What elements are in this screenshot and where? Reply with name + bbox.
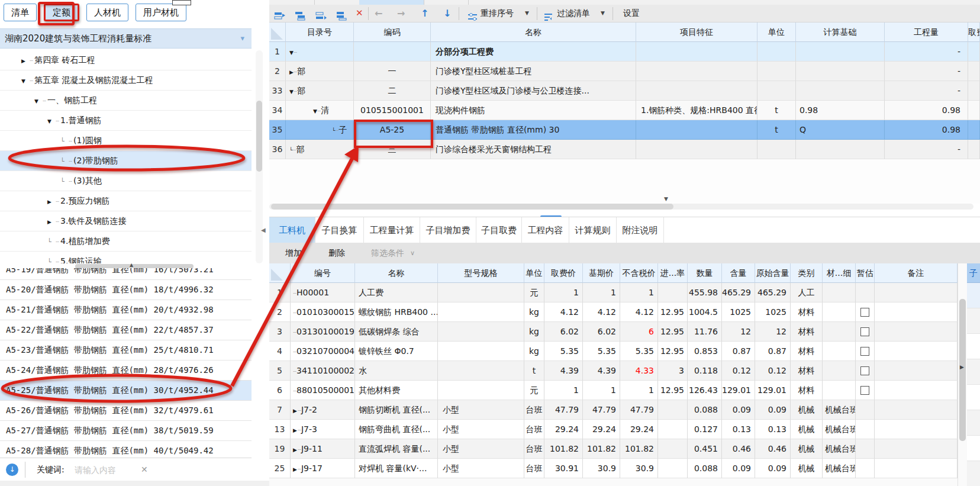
tree-item[interactable]: └┄(1)圆钢: [0, 131, 252, 151]
tree-expanded-icon[interactable]: ▼: [313, 108, 317, 114]
splitter-collapse-icon[interactable]: ▼: [664, 196, 668, 202]
tree-collapsed-icon[interactable]: ▶: [21, 52, 30, 70]
left-tab-1[interactable]: 清单: [4, 4, 37, 21]
quantity-cell: -: [885, 81, 968, 101]
estimate-checkbox[interactable]: [860, 366, 869, 375]
tree-expanded-icon[interactable]: ▼: [289, 89, 294, 95]
clear-icon[interactable]: ✕: [141, 458, 148, 481]
delete-row-icon[interactable]: ✕: [356, 5, 363, 22]
settings-button[interactable]: 设置: [623, 5, 640, 22]
tab-2[interactable]: 子目换算: [315, 217, 364, 243]
reorder-caret-icon[interactable]: ▼: [525, 5, 529, 22]
back-icon[interactable]: ←: [375, 5, 382, 22]
resource-code: 88010500001: [296, 385, 354, 395]
filter-condition-button[interactable]: 筛选条件: [371, 243, 404, 263]
bill-row[interactable]: 1▼┄分部分项工程费-: [269, 42, 980, 62]
resource-row[interactable]: 6┄88010500001其他材料费元11112.95126.43129.011…: [269, 381, 958, 400]
left-tab-2[interactable]: 定额: [44, 4, 79, 21]
quota-list-item[interactable]: A5-28/普通钢筋 带肋钢筋 直径(mm) 40/t/5049.42: [0, 441, 252, 458]
quota-list-item[interactable]: A5-25/普通钢筋 带肋钢筋 直径(mm) 30/t/4952.44: [0, 381, 252, 401]
panel-collapse-icon[interactable]: ▶: [960, 364, 964, 370]
reorder-button[interactable]: 重排序号: [481, 5, 514, 22]
tab-4[interactable]: 子目增加费: [420, 217, 476, 243]
search-next-button[interactable]: ↓: [6, 464, 18, 476]
filter-caret-icon[interactable]: ▼: [601, 5, 605, 22]
resource-row[interactable]: 7▶┄J7-2钢筋切断机 直径(...小型台班47.7947.7947.790.…: [269, 400, 958, 420]
tree-item[interactable]: ▼┄1.普通钢筋: [0, 111, 252, 131]
tree-collapsed-icon[interactable]: ▶: [293, 408, 297, 414]
resource-row[interactable]: 2┄01010300015螺纹钢筋 HRB400 ...kg4.124.124.…: [269, 302, 958, 322]
resource-row[interactable]: 13▶┄J7-3钢筋弯曲机 直径(...小型台班29.2429.2429.240…: [269, 420, 958, 439]
quota-list-item[interactable]: A5-26/普通钢筋 带肋钢筋 直径(mm) 32/t/4979.61: [0, 401, 252, 421]
quota-list-item[interactable]: A5-19/普通钢筋 带肋钢筋 直径(mm) 16/t/5073.21: [0, 268, 252, 280]
estimate-checkbox[interactable]: [860, 327, 869, 336]
resource-row[interactable]: 1┄H00001人工费元111455.98465.29465.29人工: [269, 283, 958, 302]
chapter-tree: ▶┄第四章 砖石工程▼┄第五章 混凝土及钢筋混凝土工程▼┄一、钢筋工程▼┄1.普…: [0, 50, 252, 263]
scrollbar-thumb[interactable]: [256, 101, 262, 172]
tree-expanded-icon[interactable]: ▼: [34, 92, 43, 111]
grid-horizontal-scrollbar[interactable]: [269, 204, 973, 210]
quota-list-item[interactable]: A5-22/普通钢筋 带肋钢筋 直径(mm) 22/t/4857.37: [0, 320, 252, 340]
tab-3[interactable]: 工程量计算: [364, 217, 420, 243]
resource-row[interactable]: 25▶┄J9-17对焊机 容量(kV·...小型台班30.9130.930.90…: [269, 459, 958, 478]
tab-5[interactable]: 子目取费: [476, 217, 522, 243]
tree-item[interactable]: └┄(3)其他: [0, 171, 252, 191]
price-cell: 30.91: [544, 459, 583, 478]
quota-list-item[interactable]: A5-20/普通钢筋 带肋钢筋 直径(mm) 18/t/4996.32: [0, 280, 252, 300]
estimate-checkbox[interactable]: [860, 386, 869, 395]
forward-icon[interactable]: →: [397, 5, 405, 22]
model-cell: [438, 361, 524, 381]
bill-row[interactable]: 2▶┄部一门诊楼Y型柱区域桩基工程-: [269, 62, 980, 81]
tree-item[interactable]: └┄5.钢筋运输: [0, 252, 252, 263]
tab-7[interactable]: 计算规则: [569, 217, 617, 243]
tab-scroll-left-icon[interactable]: ◀: [261, 217, 266, 243]
tree-collapsed-icon[interactable]: ▶: [293, 466, 297, 472]
tree-expanded-icon[interactable]: ▼: [289, 50, 294, 56]
tab-6[interactable]: 工程内容: [522, 217, 569, 243]
tree-item[interactable]: ▶┄第四章 砖石工程: [0, 50, 252, 70]
resource-row[interactable]: 3┄03130100019低碳钢焊条 综合kg6.026.02612.9511.…: [269, 322, 958, 342]
tree-item[interactable]: ▼┄第五章 混凝土及钢筋混凝土工程: [0, 70, 252, 91]
bill-row[interactable]: 36└┄部三门诊综合楼采光天窗钢结构工程-: [269, 140, 980, 159]
delete-button[interactable]: 删除: [328, 243, 345, 263]
tree-item[interactable]: ▼┄一、钢筋工程: [0, 91, 252, 111]
resource-row[interactable]: 19▶┄J9-11直流弧焊机 容量(...小型台班101.82101.82101…: [269, 439, 958, 459]
tree-collapsed-icon[interactable]: ▶: [47, 192, 56, 211]
resource-row[interactable]: 4┄03210700004镀锌铁丝 Φ0.7kg5.355.355.3512.9…: [269, 342, 958, 361]
quota-list-item[interactable]: A5-21/普通钢筋 带肋钢筋 直径(mm) 20/t/4932.98: [0, 300, 252, 320]
tree-item[interactable]: ▶┄2.预应力钢筋: [0, 191, 252, 211]
left-tab-4[interactable]: 用户材机: [136, 4, 186, 21]
keyword-search-bar: ↓ 关键词: ✕: [0, 458, 252, 481]
tree-item[interactable]: └┄(2)带肋钢筋: [0, 151, 252, 171]
window-fragment: [172, 0, 191, 5]
detail-vertical-scrollbar[interactable]: ▶: [958, 263, 967, 486]
scrollbar-thumb[interactable]: [271, 204, 673, 210]
tree-item[interactable]: └┄4.植筋增加费: [0, 231, 252, 252]
standard-selector[interactable]: 湖南2020建筑与装饰工程消耗量标准 ▾: [0, 28, 252, 49]
tree-collapsed-icon[interactable]: ▶: [47, 213, 56, 231]
keyword-input[interactable]: [73, 462, 138, 478]
tab-8[interactable]: 附注说明: [617, 217, 664, 243]
estimate-checkbox[interactable]: [860, 347, 869, 356]
bill-row[interactable]: 34▼┄清010515001001现浇构件钢筋1.钢筋种类、规格:HRB400 …: [269, 101, 980, 120]
estimate-checkbox[interactable]: [860, 308, 869, 317]
tree-collapsed-icon[interactable]: ▶: [289, 69, 294, 75]
add-button[interactable]: 增加: [285, 243, 302, 263]
left-tab-3[interactable]: 人材机: [86, 4, 128, 21]
scrollbar-thumb[interactable]: [959, 299, 966, 441]
resource-row[interactable]: 5┄34110100002水t4.394.394.3330.1180.120.1…: [269, 361, 958, 381]
filter-list-button[interactable]: 过滤清单: [557, 5, 590, 22]
tree-collapsed-icon[interactable]: ▶: [293, 447, 297, 453]
tree-item[interactable]: ▶┄3.铁件及钢筋连接: [0, 211, 252, 231]
tree-collapsed-icon[interactable]: ▶: [293, 427, 297, 433]
tree-expanded-icon[interactable]: ▼: [47, 112, 56, 131]
quota-list-item[interactable]: A5-23/普通钢筋 带肋钢筋 直径(mm) 25/t/4810.71: [0, 340, 252, 361]
move-up-icon[interactable]: ↑: [421, 5, 428, 22]
bill-row[interactable]: 33▼┄部二门诊楼Y型柱区域及门诊楼与公卫楼连接...-: [269, 81, 980, 101]
bill-row[interactable]: 35└┄子A5-25普通钢筋 带肋钢筋 直径(mm) 30tQ0.98: [269, 120, 980, 140]
quota-list-item[interactable]: A5-27/普通钢筋 带肋钢筋 直径(mm) 38/t/5019.59: [0, 421, 252, 441]
tree-expanded-icon[interactable]: ▼: [21, 72, 30, 91]
quota-list-item[interactable]: A5-24/普通钢筋 带肋钢筋 直径(mm) 28/t/4976.26: [0, 361, 252, 381]
move-down-icon[interactable]: ↓: [443, 5, 451, 22]
tab-1[interactable]: 工料机: [269, 217, 315, 243]
